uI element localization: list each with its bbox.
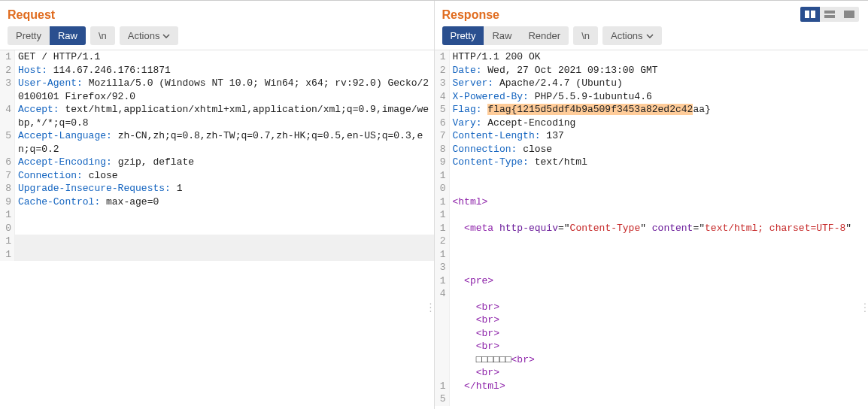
- code-line[interactable]: <br>: [435, 314, 869, 327]
- code-line[interactable]: 14 <pre>: [435, 274, 869, 301]
- line-content[interactable]: <html>: [450, 195, 869, 222]
- code-line[interactable]: □□□□□□<br>: [435, 353, 869, 367]
- code-line[interactable]: 3Server: Apache/2.4.7 (Ubuntu): [435, 77, 869, 90]
- newline-toggle[interactable]: \n: [90, 26, 115, 45]
- line-content[interactable]: <br>: [450, 314, 869, 327]
- line-content[interactable]: Upgrade-Insecure-Requests: 1: [15, 182, 434, 195]
- code-line[interactable]: <br>: [435, 327, 869, 341]
- line-content[interactable]: □□□□□□<br>: [450, 353, 869, 367]
- code-line[interactable]: 5Flag: flag{1215d5ddf4b9a509f3453a82ed2c…: [435, 103, 869, 117]
- code-line[interactable]: 8Upgrade-Insecure-Requests: 1: [0, 182, 434, 195]
- line-number: 2: [0, 64, 15, 77]
- line-content[interactable]: [450, 248, 869, 274]
- line-number: 10: [0, 208, 15, 235]
- actions-button[interactable]: Actions: [602, 26, 662, 45]
- line-content[interactable]: Accept-Language: zh-CN,zh;q=0.8,zh-TW;q=…: [15, 129, 434, 156]
- code-line[interactable]: 10: [435, 169, 869, 195]
- request-panel: Request Pretty Raw \n Actions 1GET / HTT…: [0, 1, 435, 409]
- line-content[interactable]: <pre>: [450, 274, 869, 301]
- code-line[interactable]: <br>: [435, 301, 869, 314]
- svg-rect-0: [805, 11, 809, 18]
- line-content[interactable]: Date: Wed, 27 Oct 2021 09:13:00 GMT: [450, 64, 869, 77]
- line-content[interactable]: Accept: text/html,application/xhtml+xml,…: [15, 103, 434, 129]
- newline-toggle[interactable]: \n: [573, 26, 598, 45]
- code-line[interactable]: 10: [0, 208, 434, 235]
- line-number: [435, 314, 450, 327]
- code-line[interactable]: 9Content-Type: text/html: [435, 156, 869, 169]
- request-toolbar: Pretty Raw \n Actions: [0, 26, 434, 50]
- line-content[interactable]: Accept-Encoding: gzip, deflate: [15, 156, 434, 169]
- line-content[interactable]: <br>: [450, 327, 869, 341]
- svg-rect-2: [824, 11, 835, 14]
- line-number: [435, 327, 450, 341]
- line-content[interactable]: Server: Apache/2.4.7 (Ubuntu): [450, 77, 869, 90]
- line-content[interactable]: Vary: Accept-Encoding: [450, 117, 869, 130]
- line-content[interactable]: <br>: [450, 340, 869, 353]
- line-number: 11: [0, 235, 15, 261]
- code-line[interactable]: <br>: [435, 366, 869, 380]
- line-content[interactable]: HTTP/1.1 200 OK: [450, 50, 869, 64]
- line-content[interactable]: Connection: close: [15, 169, 434, 183]
- svg-rect-4: [844, 11, 854, 18]
- tab-raw[interactable]: Raw: [50, 26, 86, 45]
- line-content[interactable]: <br>: [450, 301, 869, 314]
- actions-button[interactable]: Actions: [120, 26, 179, 45]
- line-number: 4: [435, 90, 450, 104]
- code-line[interactable]: 4Accept: text/html,application/xhtml+xml…: [0, 103, 434, 129]
- line-content[interactable]: Cache-Control: max-age=0: [15, 195, 434, 209]
- code-line[interactable]: 5Accept-Language: zh-CN,zh;q=0.8,zh-TW;q…: [0, 129, 434, 156]
- line-content[interactable]: GET / HTTP/1.1: [15, 50, 434, 64]
- request-editor[interactable]: 1GET / HTTP/1.12Host: 114.67.246.176:118…: [0, 50, 434, 409]
- code-line[interactable]: 1HTTP/1.1 200 OK: [435, 50, 869, 64]
- code-line[interactable]: 11: [0, 235, 434, 261]
- code-line[interactable]: 15 </html>: [435, 380, 869, 406]
- line-content[interactable]: </html>: [450, 380, 869, 406]
- line-number: [435, 353, 450, 367]
- line-content[interactable]: Content-Length: 137: [450, 129, 869, 143]
- code-line[interactable]: 6Accept-Encoding: gzip, deflate: [0, 156, 434, 169]
- line-content[interactable]: <meta http-equiv="Content-Type" content=…: [450, 222, 869, 248]
- line-number: 6: [435, 117, 450, 130]
- drag-handle-icon[interactable]: ···: [429, 301, 432, 313]
- code-line[interactable]: 4X-Powered-By: PHP/5.5.9-1ubuntu4.6: [435, 90, 869, 104]
- code-line[interactable]: 13: [435, 248, 869, 274]
- code-line[interactable]: 2Host: 114.67.246.176:11871: [0, 64, 434, 77]
- code-line[interactable]: <br>: [435, 340, 869, 353]
- code-line[interactable]: 11<html>: [435, 195, 869, 222]
- line-content[interactable]: [15, 235, 434, 261]
- layout-split-horizontal[interactable]: [820, 7, 839, 22]
- code-line[interactable]: 7Connection: close: [0, 169, 434, 183]
- layout-single[interactable]: [839, 7, 859, 22]
- code-line[interactable]: 1GET / HTTP/1.1: [0, 50, 434, 64]
- line-content[interactable]: Content-Type: text/html: [450, 156, 869, 169]
- line-content[interactable]: [450, 169, 869, 195]
- code-line[interactable]: 2Date: Wed, 27 Oct 2021 09:13:00 GMT: [435, 64, 869, 77]
- code-line[interactable]: 3User-Agent: Mozilla/5.0 (Windows NT 10.…: [0, 77, 434, 103]
- code-line[interactable]: 8Connection: close: [435, 143, 869, 156]
- code-line[interactable]: 6Vary: Accept-Encoding: [435, 117, 869, 130]
- line-number: 11: [435, 195, 450, 222]
- tab-pretty[interactable]: Pretty: [442, 26, 484, 45]
- tab-render[interactable]: Render: [520, 26, 569, 45]
- line-content[interactable]: Flag: flag{1215d5ddf4b9a509f3453a82ed2c4…: [450, 103, 869, 117]
- tab-pretty[interactable]: Pretty: [8, 26, 50, 45]
- line-number: 4: [0, 103, 15, 129]
- line-number: 13: [435, 248, 450, 274]
- line-content[interactable]: Host: 114.67.246.176:11871: [15, 64, 434, 77]
- tab-raw[interactable]: Raw: [484, 26, 520, 45]
- line-number: 15: [435, 380, 450, 406]
- line-content[interactable]: X-Powered-By: PHP/5.5.9-1ubuntu4.6: [450, 90, 869, 104]
- line-content[interactable]: [15, 208, 434, 235]
- layout-split-vertical[interactable]: [800, 7, 820, 22]
- line-content[interactable]: User-Agent: Mozilla/5.0 (Windows NT 10.0…: [15, 77, 434, 103]
- code-line[interactable]: 7Content-Length: 137: [435, 129, 869, 143]
- code-line[interactable]: 12 <meta http-equiv="Content-Type" conte…: [435, 222, 869, 248]
- chevron-down-icon: [646, 34, 654, 38]
- line-content[interactable]: Connection: close: [450, 143, 869, 156]
- code-line[interactable]: 9Cache-Control: max-age=0: [0, 195, 434, 209]
- drag-handle-icon[interactable]: ···: [863, 301, 866, 313]
- line-content[interactable]: <br>: [450, 366, 869, 380]
- response-editor[interactable]: 1HTTP/1.1 200 OK2Date: Wed, 27 Oct 2021 …: [435, 50, 869, 409]
- line-number: 7: [435, 129, 450, 143]
- actions-label: Actions: [611, 30, 643, 41]
